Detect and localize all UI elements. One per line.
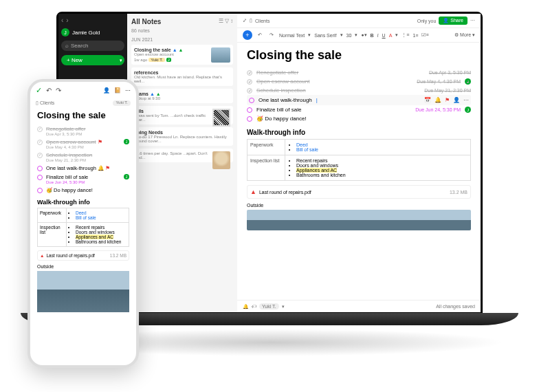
attachment[interactable]: ▲ Last round of repairs.pdf 13.2 MB — [37, 250, 129, 261]
task-checkbox[interactable] — [247, 116, 252, 122]
link[interactable]: Deed — [76, 210, 87, 215]
task-checkbox[interactable] — [37, 188, 43, 193]
more-toolbar[interactable]: ⚙ More ▾ — [454, 32, 475, 38]
task-row[interactable]: Renegotiate offerDue Apr 3, 5:30 PM — [247, 68, 471, 77]
outside-image — [37, 271, 129, 312]
undo-icon[interactable]: ↶ — [46, 87, 52, 94]
task-row[interactable]: Open escrow accountDue May 4, 4:30 PMJ — [247, 77, 471, 86]
assignee-badge: J — [124, 139, 129, 144]
section-heading: Walk-through info — [247, 129, 471, 136]
assign-icon[interactable]: 👤 — [453, 97, 460, 103]
done-icon[interactable]: ✓ — [36, 86, 42, 95]
font-select[interactable]: Sans Serif — [314, 33, 336, 38]
task-row[interactable]: Schedule inspectionDue May 21, 2:30 PM — [37, 151, 129, 164]
phone-note-body[interactable]: Closing the sale Renegotiate offerDue Ap… — [30, 107, 136, 315]
note-card[interactable]: references Old kitchen. Must have an isl… — [131, 67, 233, 86]
task-checkbox[interactable] — [37, 175, 43, 180]
list-toolbar[interactable]: ☰ ▽ ↕ — [219, 18, 233, 24]
note-body[interactable]: Closing the sale Renegotiate offerDue Ap… — [237, 43, 481, 236]
task-row[interactable]: One last walk-through 🔔 ⚑ — [37, 164, 129, 173]
nav-fwd-icon[interactable]: › — [66, 17, 68, 24]
redo-icon[interactable]: ↷ — [267, 32, 276, 39]
share-icon[interactable]: 👤 — [103, 87, 110, 94]
assignee-chip[interactable]: Yuki T. — [259, 303, 279, 309]
nav-back-icon[interactable]: ‹ — [61, 17, 63, 24]
editor-footer: 🔔 🏷 Yuki T.▾ All changes saved — [237, 300, 481, 312]
link[interactable]: Deed — [296, 142, 308, 147]
link[interactable]: Bill of sale — [296, 147, 318, 152]
note-card[interactable]: tails ...was sent by Tom. ...don't check… — [131, 106, 233, 124]
task-checkbox[interactable] — [247, 107, 252, 113]
note-card[interactable]: Closing the sale ▲ ▲ Open escrow account… — [131, 45, 233, 65]
note-list: ☰ ▽ ↕ All Notes 86 notes JUN 2021 Closin… — [127, 14, 237, 312]
note-title[interactable]: Closing the sale — [37, 110, 129, 120]
note-title[interactable]: Closing the sale — [247, 48, 471, 63]
dog-thumb — [212, 151, 230, 169]
assignee-badge: J — [465, 107, 471, 113]
editor-toolbar: + ↶ ↷ Normal Text ▾ Sans Serif ▾ 30 ▾ ●▾… — [237, 28, 481, 43]
calendar-icon[interactable]: 📅 — [424, 97, 431, 103]
task-checkbox[interactable] — [37, 166, 43, 171]
search-icon: ⌕ — [65, 43, 69, 49]
bullet-list-icon[interactable]: ⋮≡ — [402, 32, 409, 38]
check-list-icon[interactable]: ☑≡ — [421, 32, 428, 38]
notebook-icon: ▯ — [250, 18, 252, 23]
share-button[interactable]: 👤 Share — [439, 17, 468, 25]
expand-icon[interactable]: ⤢ — [243, 18, 247, 23]
search-input[interactable]: ⌕ Search — [61, 41, 124, 51]
task-checkbox[interactable] — [37, 153, 43, 158]
more-icon[interactable]: ⋯ — [463, 97, 469, 103]
flag-icon[interactable]: ⚑ — [445, 97, 450, 103]
task-checkbox[interactable] — [37, 127, 43, 132]
notebook-icon[interactable]: 📔 — [114, 87, 121, 94]
text-style-select[interactable]: Normal Text — [279, 33, 305, 38]
link[interactable]: Bill of sale — [76, 215, 96, 220]
phone-frame: ✓ ↶ ↷ 👤 📔 ⋯ ▯ Clients Yuki T. Closing th… — [28, 79, 139, 368]
task-row[interactable]: Open escrow account ⚑Due May 4, 4:30 PMJ — [37, 138, 129, 151]
attachment[interactable]: ▲ Last round of repairs.pdf 13.2 MB — [247, 185, 471, 199]
note-card[interactable]: 3...6 times per day. Space ...apart. Don… — [131, 149, 233, 162]
new-button[interactable]: + New — [61, 55, 124, 65]
note-card[interactable]: grams ▲ ▲ Pickup at 9:30 — [131, 89, 233, 103]
undo-icon[interactable]: ↶ — [256, 32, 264, 39]
note-thumb — [211, 47, 230, 63]
info-table: Paperwork DeedBill of sale Inspection li… — [37, 208, 129, 247]
flag-icon: ⚑ — [96, 139, 102, 145]
note-card[interactable]: oping Needs ...to-do 17 Pinewood Ln. Rep… — [131, 127, 233, 146]
more-icon[interactable]: ⋯ — [470, 18, 475, 23]
task-row[interactable]: 🥳 Do happy dance! — [247, 114, 471, 123]
more-icon[interactable]: ⋯ — [125, 87, 131, 94]
insert-button[interactable]: + — [243, 30, 252, 40]
task-checkbox[interactable] — [37, 140, 43, 145]
task-checkbox[interactable] — [247, 88, 252, 94]
assignee-badge: J — [465, 78, 471, 85]
task-row[interactable]: Finalize bill of saleDue Jun 24, 5:30 PM… — [37, 173, 129, 186]
redo-icon[interactable]: ↷ — [56, 87, 61, 94]
font-size-select[interactable]: 30 — [346, 33, 352, 38]
tag-icon[interactable]: 🏷 — [252, 304, 256, 309]
notebook-name[interactable]: Clients — [255, 19, 270, 23]
underline-icon[interactable]: U — [382, 33, 386, 38]
task-row[interactable]: One last walk-through|📅🔔⚑👤⋯ — [247, 95, 471, 105]
bold-icon[interactable]: B — [371, 33, 374, 38]
color-icon[interactable]: ●▾ — [361, 32, 366, 38]
italic-icon[interactable]: I — [377, 33, 379, 38]
number-list-icon[interactable]: 1≡ — [412, 33, 418, 38]
task-checkbox[interactable] — [249, 98, 254, 103]
task-checkbox[interactable] — [247, 79, 252, 85]
breadcrumb: ⤢ ▯ Clients Only you 👤 Share ⋯ — [237, 14, 481, 28]
task-row[interactable]: Renegotiate offerDue Apr 3, 5:30 PM — [37, 124, 129, 138]
pdf-icon: ▲ — [40, 253, 44, 258]
qr-thumb — [212, 109, 230, 127]
assignee-chip[interactable]: Yuki T. — [113, 100, 131, 106]
task-row[interactable]: Schedule inspectionDue May 21, 2:30 PM — [247, 86, 471, 95]
highlight-icon[interactable]: A — [389, 33, 393, 38]
user-avatar[interactable]: J Jamie Gold — [61, 28, 124, 36]
task-row[interactable]: 🥳 Do happy dance! — [37, 186, 129, 195]
editor-pane: ⤢ ▯ Clients Only you 👤 Share ⋯ + ↶ ↷ Nor… — [237, 14, 481, 312]
task-checkbox[interactable] — [247, 70, 252, 76]
bell-icon[interactable]: 🔔 — [434, 97, 441, 103]
task-row[interactable]: Finalize bill of saleDue Jun 24, 5:30 PM… — [247, 105, 471, 114]
share-status: Only you — [417, 19, 437, 23]
reminder-icon[interactable]: 🔔 — [243, 304, 249, 309]
